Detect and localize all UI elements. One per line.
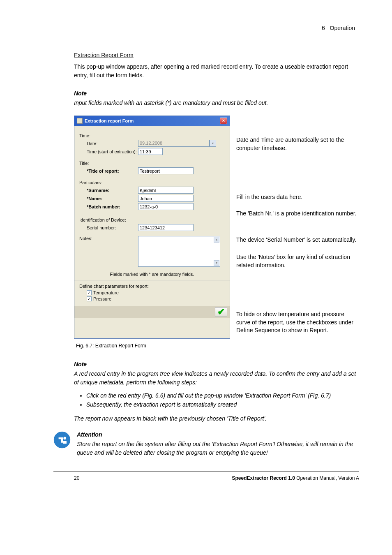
group-define-params: Define chart parameters for report: [79, 284, 225, 289]
annotation-checkboxes: To hide or show temperature and pressure… [236, 310, 359, 335]
check-icon: ✔ [217, 308, 225, 316]
bullet-2: Subsequently, the extraction report is a… [86, 400, 359, 409]
footer-product: SpeedExtractor Record 1.0 Operation Manu… [232, 475, 360, 481]
ok-button[interactable]: ✔ [215, 307, 227, 317]
svg-point-1 [63, 437, 66, 439]
close-icon[interactable]: × [220, 118, 227, 124]
mandatory-hint: Fields marked with * are mandatory field… [79, 272, 225, 277]
group-title: Title: [79, 161, 225, 166]
section-title: Operation [330, 25, 355, 31]
group-identification: Identification of Device: [79, 217, 225, 222]
serial-input[interactable] [138, 224, 194, 231]
label-serial: Serial number: [87, 225, 138, 230]
label-name: *Name: [87, 196, 138, 201]
attention-text: Store the report on the file system afte… [77, 440, 359, 457]
scroll-down-icon[interactable]: ▾ [214, 260, 219, 266]
label-title-report: *Title of report: [87, 169, 138, 173]
dialog-title: Extraction report Form [85, 118, 134, 123]
label-surname: *Surname: [87, 188, 138, 193]
surname-input[interactable] [138, 187, 194, 194]
label-batch: *Batch number: [87, 204, 138, 209]
footer-divider [53, 472, 359, 472]
divider [74, 280, 230, 280]
batch-input[interactable] [138, 203, 194, 210]
group-time: Time: [79, 133, 225, 138]
note-heading: Note [53, 90, 359, 97]
attention-icon [53, 431, 71, 449]
label-temperature: Temperature [93, 290, 119, 295]
note-text: Input fields marked with an asterisk (*)… [53, 99, 359, 107]
dialog-footer: ✔ [74, 306, 230, 318]
label-pressure: Pressure [93, 296, 111, 301]
annotation-datetime: Date and Time are automatically set to t… [236, 136, 359, 152]
chevron-down-icon[interactable]: ▾ [210, 140, 216, 147]
title-report-input[interactable] [138, 167, 194, 174]
dialog-icon [77, 118, 83, 124]
notes-textarea[interactable]: ▴ ▾ [138, 236, 220, 267]
name-input[interactable] [138, 195, 194, 202]
note2-after: The report now appears in black with the… [53, 414, 359, 423]
section-number: 6 [322, 25, 325, 31]
annotation-users: Fill in the users data here. [236, 193, 359, 201]
annotations-column: Date and Time are automatically set to t… [236, 116, 359, 339]
bullet-1: Click on the red entry (Fig. 6.6) and fi… [86, 391, 359, 400]
annotation-batch: The 'Batch Nr.' is a probe identificatio… [236, 210, 359, 218]
scroll-up-icon[interactable]: ▴ [214, 237, 219, 243]
heading-extraction-report: Extraction Report Form [53, 52, 359, 58]
attention-heading: Attention [77, 431, 359, 438]
annotation-notes: Use the 'Notes' box for any kind of extr… [236, 253, 359, 269]
label-time-start: Time (start of extraction): [87, 149, 138, 154]
note2-heading: Note [53, 361, 359, 368]
page-number: 20 [74, 475, 79, 481]
label-date: Date: [87, 141, 138, 146]
note2-text: A red record entry in the program tree v… [53, 370, 359, 387]
checkbox-temperature[interactable]: ✓ [87, 290, 92, 295]
dialog-titlebar[interactable]: Extraction report Form × [74, 116, 230, 126]
intro-paragraph: This pop-up window appears, after openin… [53, 62, 359, 80]
time-input[interactable] [138, 148, 163, 155]
date-input[interactable]: 09.12.2008 [138, 140, 210, 147]
annotation-serial: The device 'Serial Number' is set automa… [236, 236, 359, 244]
note2-bullets: Click on the red entry (Fig. 6.6) and fi… [53, 391, 359, 409]
figure-caption: Fig. 6.7: Extraction Report Form [53, 343, 359, 349]
checkbox-pressure[interactable]: ✓ [87, 296, 92, 301]
dialog-extraction-report: Extraction report Form × Time: Date: 09.… [74, 116, 230, 339]
group-particulars: Particulars: [79, 180, 225, 185]
page-header: 6 Operation [53, 25, 359, 31]
group-notes: Notes: [79, 236, 138, 241]
page-footer: 20 SpeedExtractor Record 1.0 Operation M… [53, 475, 359, 481]
